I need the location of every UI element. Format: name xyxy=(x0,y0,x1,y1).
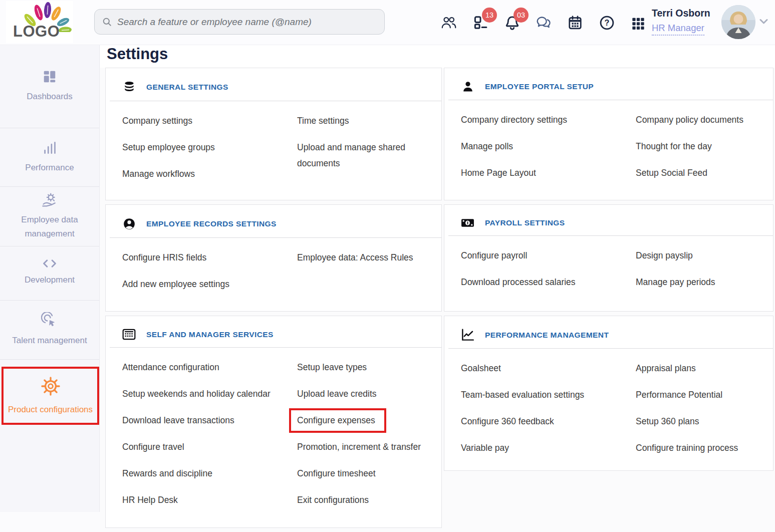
chevron-down-icon[interactable] xyxy=(759,19,768,25)
card-item: Upload and manage shared documents xyxy=(297,139,432,171)
calendar-icon[interactable] xyxy=(567,15,583,31)
settings-link-performance-potential[interactable]: Performance Potential xyxy=(636,390,722,400)
help-icon[interactable]: ? xyxy=(599,15,615,31)
card-title: EMPLOYEE RECORDS SETTINGS xyxy=(146,219,277,228)
card-item: Manage pay periods xyxy=(636,274,764,290)
card-item: Appraisal plans xyxy=(636,360,764,376)
settings-link-setup-employee-groups[interactable]: Setup employee groups xyxy=(122,142,215,152)
code-icon xyxy=(41,259,58,268)
settings-link-time-settings[interactable]: Time settings xyxy=(297,116,349,126)
card-item: Configure payroll xyxy=(461,247,636,263)
settings-link-company-settings[interactable]: Company settings xyxy=(122,116,192,126)
card-payroll-settings: PAYROLL SETTINGSConfigure payrollDownloa… xyxy=(444,204,773,312)
card-item: Company policy documents xyxy=(636,112,764,128)
chat-icon[interactable] xyxy=(536,15,552,31)
sidebar-item-label: Product configurations xyxy=(8,403,93,417)
settings-link-setup-weekends-and-holiday-calendar[interactable]: Setup weekends and holiday calendar xyxy=(122,389,271,399)
settings-link-home-page-layout[interactable]: Home Page Layout xyxy=(461,168,536,178)
card-header: EMPLOYEE RECORDS SETTINGS xyxy=(106,205,441,237)
avatar[interactable] xyxy=(721,5,755,39)
topbar: LOGO 13 03 ? Terri Osborn HR Manager xyxy=(0,0,775,45)
card-column: Employee data: Access Rules xyxy=(297,249,432,303)
apps-grid-icon[interactable] xyxy=(630,15,646,31)
card-body: GoalsheetTeam-based evaluation settingsC… xyxy=(444,349,773,466)
notifications-badge: 03 xyxy=(513,8,529,23)
card-header: SELF AND MANAGER SERVICES xyxy=(106,316,441,347)
device-icon[interactable]: 13 xyxy=(472,15,488,31)
settings-link-upload-leave-credits[interactable]: Upload leave credits xyxy=(297,389,377,399)
global-search[interactable] xyxy=(94,9,385,35)
sidebar-item-talent-management[interactable]: Talent management xyxy=(0,301,99,360)
settings-link-promotion-increment-transfer[interactable]: Promotion, increment & transfer xyxy=(297,442,421,452)
card-item: Download leave transactions xyxy=(122,412,297,428)
card-body: Company directory settingsManage pollsHo… xyxy=(444,100,773,191)
settings-link-thought-for-the-day[interactable]: Thought for the day xyxy=(636,141,712,151)
card-column: Attendance configurationSetup weekends a… xyxy=(122,359,297,518)
sidebar-item-label: Performance xyxy=(25,161,74,175)
sidebar-item-employee-data-management[interactable]: Employee data management xyxy=(0,187,99,246)
settings-link-manage-workflows[interactable]: Manage workflows xyxy=(122,169,195,179)
settings-link-download-processed-salaries[interactable]: Download processed salaries xyxy=(461,277,576,287)
people-icon[interactable] xyxy=(441,15,457,31)
settings-link-configure-360-feedback[interactable]: Configure 360 feedback xyxy=(461,416,554,426)
sidebar-item-product-configurations[interactable]: Product configurations xyxy=(2,367,99,425)
card-employee-portal-setup: EMPLOYEE PORTAL SETUPCompany directory s… xyxy=(444,68,773,200)
card-item: Thought for the day xyxy=(636,138,764,154)
card-column: Company directory settingsManage pollsHo… xyxy=(461,112,636,191)
sidebar-item-development[interactable]: Development xyxy=(0,246,99,301)
bell-icon[interactable]: 03 xyxy=(504,15,520,31)
settings-link-add-new-employee-settings[interactable]: Add new employee settings xyxy=(122,279,229,289)
settings-link-hr-help-desk[interactable]: HR Help Desk xyxy=(122,495,178,505)
card-performance-management: PERFORMANCE MANAGEMENTGoalsheetTeam-base… xyxy=(444,316,773,471)
card-title: EMPLOYEE PORTAL SETUP xyxy=(485,82,594,91)
settings-link-company-directory-settings[interactable]: Company directory settings xyxy=(461,115,567,125)
card-body: Company settingsSetup employee groupsMan… xyxy=(106,101,441,192)
settings-link-design-payslip[interactable]: Design payslip xyxy=(636,250,693,260)
settings-link-configure-hris-fields[interactable]: Configure HRIS fields xyxy=(122,252,206,262)
settings-link-exit-configurations[interactable]: Exit configurations xyxy=(297,495,369,505)
settings-link-employee-data-access-rules[interactable]: Employee data: Access Rules xyxy=(297,252,413,262)
card-item: Configure timesheet xyxy=(297,465,432,481)
settings-link-appraisal-plans[interactable]: Appraisal plans xyxy=(636,363,696,373)
card-item: Manage polls xyxy=(461,138,636,154)
settings-link-setup-360-plans[interactable]: Setup 360 plans xyxy=(636,416,699,426)
card-item: Download processed salaries xyxy=(461,274,636,290)
settings-link-manage-pay-periods[interactable]: Manage pay periods xyxy=(636,277,715,287)
settings-link-configure-training-process[interactable]: Configure training process xyxy=(636,443,738,453)
main-content: Settings GENERAL SETTINGSCompany setting… xyxy=(100,45,775,532)
search-input[interactable] xyxy=(117,17,377,28)
settings-link-company-policy-documents[interactable]: Company policy documents xyxy=(636,115,743,125)
user-role-link[interactable]: HR Manager xyxy=(652,23,704,36)
card-column: Time settingsUpload and manage shared do… xyxy=(297,113,432,192)
person-icon xyxy=(461,81,474,93)
logo-text: LOGO xyxy=(13,23,60,41)
settings-link-team-based-evaluation-settings[interactable]: Team-based evaluation settings xyxy=(461,390,584,400)
card-column: Appraisal plansPerformance PotentialSetu… xyxy=(636,360,764,466)
sidebar-item-performance[interactable]: Performance xyxy=(0,128,99,187)
card-item: Configure HRIS fields xyxy=(122,249,297,265)
settings-cards: GENERAL SETTINGSCompany settingsSetup em… xyxy=(100,68,775,528)
topbar-icon-cluster: 13 03 ? xyxy=(441,0,646,45)
settings-link-goalsheet[interactable]: Goalsheet xyxy=(461,363,501,373)
settings-link-setup-social-feed[interactable]: Setup Social Feed xyxy=(636,168,707,178)
settings-link-variable-pay[interactable]: Variable pay xyxy=(461,443,509,453)
settings-link-configure-expenses[interactable]: Configure expenses xyxy=(289,408,386,433)
card-employee-records-settings: EMPLOYEE RECORDS SETTINGSConfigure HRIS … xyxy=(105,204,442,312)
sidebar-item-dashboards[interactable]: Dashboards xyxy=(0,45,99,128)
settings-link-download-leave-transactions[interactable]: Download leave transactions xyxy=(122,415,234,425)
settings-link-setup-leave-types[interactable]: Setup leave types xyxy=(297,362,367,372)
settings-link-manage-polls[interactable]: Manage polls xyxy=(461,141,513,151)
settings-link-rewards-and-discipline[interactable]: Rewards and discipline xyxy=(122,468,212,478)
settings-link-configure-timesheet[interactable]: Configure timesheet xyxy=(297,468,376,478)
settings-link-configure-payroll[interactable]: Configure payroll xyxy=(461,250,527,260)
cards-column-right: EMPLOYEE PORTAL SETUPCompany directory s… xyxy=(444,68,773,471)
user-block: Terri Osborn HR Manager xyxy=(652,8,710,36)
settings-link-upload-and-manage-shared-documents[interactable]: Upload and manage shared documents xyxy=(297,142,405,168)
page-title: Settings xyxy=(100,45,775,68)
sidebar-item-label: Development xyxy=(25,273,75,287)
card-item: Setup employee groups xyxy=(122,139,297,155)
settings-link-attendance-configuration[interactable]: Attendance configuration xyxy=(122,362,219,372)
company-logo[interactable]: LOGO xyxy=(6,1,73,43)
settings-link-configure-travel[interactable]: Configure travel xyxy=(122,442,184,452)
card-item: Configure expenses xyxy=(297,412,432,428)
